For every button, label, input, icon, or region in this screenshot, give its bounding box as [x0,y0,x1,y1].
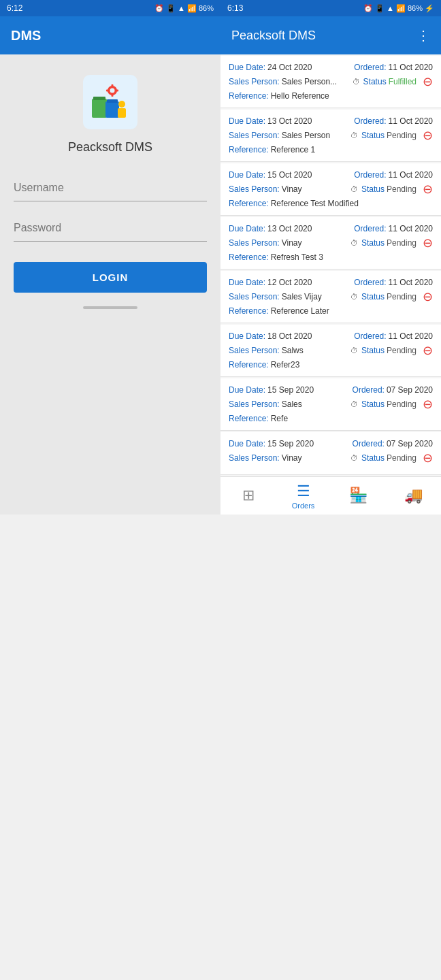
sales-person-label: Sales Person: [229,184,280,194]
right-alarm-icon: ⏰ [363,4,373,13]
clock-icon: ⏱ [350,293,358,301]
due-date-label: Due Date: [229,439,265,448]
reference-value: Reference Test Modified [271,199,359,208]
ordered-label: Ordered: [354,170,386,180]
store-icon: 🏪 [349,487,368,504]
order-card[interactable]: Due Date: 18 Oct 2020 Ordered: 11 Oct 20… [220,325,441,377]
svg-rect-2 [93,97,105,100]
nav-orders[interactable]: ☰ Orders [276,477,331,514]
clock-icon: ⏱ [350,346,358,355]
due-date-section: Due Date: 24 Oct 2020 [229,63,312,72]
reference-label: Reference: [229,414,269,423]
status-label: Status [361,131,385,140]
nav-store[interactable]: 🏪 [331,477,386,514]
order-card[interactable]: Due Date: 12 Oct 2020 Ordered: 11 Oct 20… [220,271,441,323]
status-section: ⏱ Status Pending ⊖ [350,397,433,412]
reference-value: Refresh Test 3 [271,252,323,262]
sales-person-label: Sales Person: [229,131,280,140]
order-row-mid: Sales Person: Sales ⏱ Status Pending ⊖ [229,397,433,412]
reference-row: Reference: Reference Later [229,306,433,316]
ordered-label: Ordered: [354,331,386,341]
nav-grid[interactable]: ⊞ [220,477,276,514]
left-panel: 6:12 ⏰ 📱 ▲ 📶 86% DMS [0,0,220,514]
sales-person-section: Sales Person: Sales Vijay [229,292,322,301]
order-card[interactable]: Due Date: 15 Oct 2020 Ordered: 11 Oct 20… [220,163,441,216]
delete-button[interactable]: ⊖ [423,397,433,412]
status-value: Fulfilled [389,77,416,86]
svg-rect-12 [116,90,118,92]
status-section: ⏱ Status Fulfilled ⊖ [353,74,433,89]
sales-person-value: Sales Person... [282,77,337,86]
order-row-top: Due Date: 13 Oct 2020 Ordered: 11 Oct 20… [229,116,433,126]
sales-person-value: Salws [282,346,304,355]
more-options-button[interactable]: ⋮ [416,27,430,44]
due-date-value: 15 Sep 2020 [267,385,314,395]
svg-rect-3 [105,101,119,118]
login-button[interactable]: LOGIN [14,262,207,293]
delete-button[interactable]: ⊖ [423,289,433,304]
due-date-section: Due Date: 15 Sep 2020 [229,385,314,395]
sales-person-label: Sales Person: [229,453,280,463]
ordered-label: Ordered: [354,63,386,72]
right-signal-icon: 📶 [396,4,406,13]
due-date-label: Due Date: [229,116,265,126]
clock-icon: ⏱ [350,239,358,247]
right-battery: 86% [408,4,423,12]
order-row-mid: Sales Person: Vinay ⏱ Status Pending ⊖ [229,235,433,250]
due-date-section: Due Date: 15 Oct 2020 [229,170,312,180]
ordered-label: Ordered: [353,439,385,448]
left-time: 6:12 [7,3,22,13]
delete-button[interactable]: ⊖ [423,74,433,89]
svg-rect-11 [106,90,109,92]
svg-point-5 [118,101,125,108]
truck-icon: 🚚 [404,487,423,504]
sales-person-section: Sales Person: Vinay [229,184,302,194]
order-card[interactable]: Due Date: 24 Oct 2020 Ordered: 11 Oct 20… [220,56,441,108]
ordered-label: Ordered: [354,278,386,287]
order-row-top: Due Date: 13 Oct 2020 Ordered: 11 Oct 20… [229,224,433,233]
status-section: ⏱ Status Pending ⊖ [350,235,433,250]
due-date-section: Due Date: 18 Oct 2020 [229,331,312,341]
left-battery: 86% [199,4,214,12]
order-row-top: Due Date: 15 Sep 2020 Ordered: 07 Sep 20… [229,439,433,448]
order-row-mid: Sales Person: Salws ⏱ Status Pending ⊖ [229,343,433,358]
username-input[interactable] [14,175,207,201]
delete-button[interactable]: ⊖ [423,128,433,143]
due-date-value: 12 Oct 2020 [267,278,312,287]
ordered-value: 07 Sep 2020 [387,385,433,395]
app-icon [83,75,137,129]
delete-button[interactable]: ⊖ [423,343,433,358]
due-date-section: Due Date: 13 Oct 2020 [229,224,312,233]
svg-point-8 [110,88,115,93]
reference-label: Reference: [229,91,269,101]
due-date-label: Due Date: [229,224,265,233]
order-card[interactable]: Due Date: 13 Oct 2020 Ordered: 11 Oct 20… [220,217,441,270]
order-card[interactable]: Due Date: 15 Sep 2020 Ordered: 07 Sep 20… [220,432,441,475]
ordered-value: 11 Oct 2020 [389,224,433,233]
sales-person-value: Vinay [282,238,302,248]
svg-rect-10 [112,94,114,97]
order-card[interactable]: Due Date: 13 Oct 2020 Ordered: 11 Oct 20… [220,110,441,162]
delete-button[interactable]: ⊖ [423,451,433,466]
ordered-section: Ordered: 11 Oct 2020 [354,224,433,233]
sales-person-section: Sales Person: Salws [229,346,304,355]
delete-button[interactable]: ⊖ [423,235,433,250]
order-card[interactable]: Due Date: 15 Sep 2020 Ordered: 07 Sep 20… [220,378,441,431]
password-input[interactable] [14,215,207,242]
reference-row: Reference: Reference Test Modified [229,199,433,208]
reference-value: Refe [271,414,288,423]
delete-button[interactable]: ⊖ [423,182,433,197]
right-panel: 6:13 ⏰ 📱 ▲ 📶 86% ⚡ Peacksoft DMS ⋮ Due D… [220,0,441,514]
left-status-bar: 6:12 ⏰ 📱 ▲ 📶 86% [0,0,220,16]
reference-value: Hello Reference [271,91,329,101]
order-row-top: Due Date: 18 Oct 2020 Ordered: 11 Oct 20… [229,331,433,341]
right-toolbar: Peacksoft DMS ⋮ [220,16,441,54]
sales-person-section: Sales Person: Vinay [229,453,302,463]
ordered-label: Ordered: [354,224,386,233]
clock-icon: ⏱ [350,400,358,408]
right-sim-icon: 📱 [375,4,385,13]
orders-label: Orders [292,502,315,510]
nav-delivery[interactable]: 🚚 [386,477,441,514]
app-display-title: Peacksoft DMS [68,140,152,154]
due-date-section: Due Date: 12 Oct 2020 [229,278,312,287]
